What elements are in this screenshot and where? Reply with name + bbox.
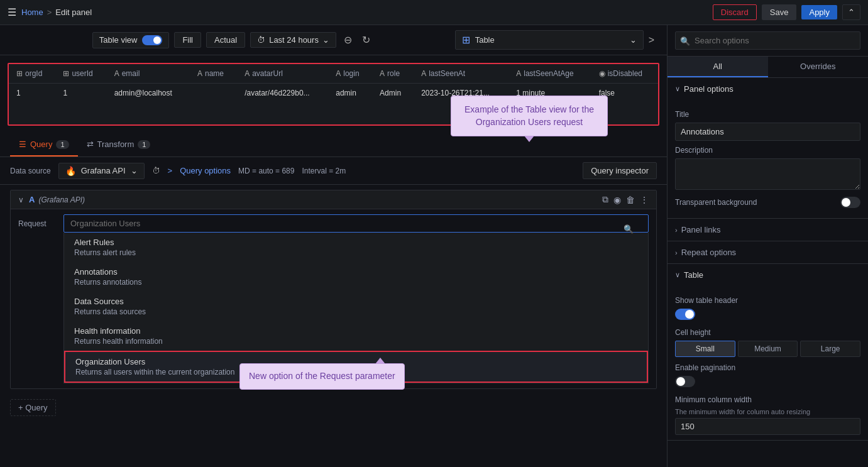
transform-tab-label: Transform <box>97 140 135 149</box>
refresh-button[interactable]: ↻ <box>360 31 373 48</box>
table-cell: 1 <box>55 84 106 103</box>
md-meta: MD = auto = 689 <box>238 167 294 175</box>
left-panel: Table view Fill Actual ⏱ Last 24 hours ⌄… <box>0 25 667 467</box>
transparent-bg-row: Transparent background <box>675 197 860 208</box>
query-tab-icon: ☰ <box>19 140 26 149</box>
enable-pagination-toggle[interactable] <box>675 376 695 387</box>
table-section-header[interactable]: ∨ Table <box>667 264 868 286</box>
table-view-label: Table view <box>99 35 138 45</box>
query-row-collapse[interactable]: ∨ <box>18 195 24 204</box>
table-section-title: Table <box>684 270 703 280</box>
data-table-header-row: ⊞orgId⊞userIdAemailAnameAavatarUrlAlogin… <box>9 64 658 84</box>
add-query-button[interactable]: + Query <box>10 399 56 416</box>
dropdown-item[interactable]: Health informationReturns health informa… <box>64 321 648 351</box>
col-header-isdisabled: ◉isDisabled <box>591 64 658 84</box>
panel-options-header[interactable]: ∨ Panel options <box>667 78 868 100</box>
col-header-name: Aname <box>190 64 237 84</box>
table-cell: 1 <box>9 84 55 103</box>
table-view-switch[interactable] <box>142 35 162 45</box>
panel-type-selector[interactable]: ⊞ Table ⌄ <box>455 30 644 50</box>
query-options-label[interactable]: Query options <box>180 166 231 175</box>
col-header-login: Alogin <box>328 64 372 84</box>
query-inspector-button[interactable]: Query inspector <box>583 162 657 179</box>
topbar-left: ☰ Home > Edit panel <box>8 6 92 18</box>
panel-links-chevron: › <box>675 226 678 234</box>
save-button[interactable]: Save <box>762 4 797 20</box>
table-cell: admin@localhost <box>107 84 190 103</box>
transform-tab[interactable]: ⇄ Transform 1 <box>78 133 160 157</box>
min-col-width-label: Minimum column width <box>675 395 860 404</box>
search-options-input[interactable] <box>675 31 860 50</box>
transparent-bg-label: Transparent background <box>675 198 757 207</box>
discard-button[interactable]: Discard <box>713 4 757 20</box>
more-options-button[interactable]: ⋮ <box>640 195 649 205</box>
cell-height-option-large[interactable]: Large <box>800 341 860 357</box>
show-table-header-label: Show table header <box>675 296 860 305</box>
enable-pagination-label: Enable pagination <box>675 363 860 372</box>
right-panel: 🔍 All Overrides ∨ Panel options Title De… <box>667 25 868 467</box>
panel-description-input[interactable] <box>675 158 860 190</box>
repeat-options-row[interactable]: › Repeat options <box>667 241 868 264</box>
transform-tab-icon: ⇄ <box>87 140 94 149</box>
overrides-tab[interactable]: Overrides <box>768 57 869 77</box>
table-grid-icon: ⊞ <box>462 34 470 46</box>
panel-type-label: Table <box>475 35 495 45</box>
panel-links-row[interactable]: › Panel links <box>667 219 868 241</box>
query-tab[interactable]: ☰ Query 1 <box>10 133 78 157</box>
data-source-dropdown[interactable]: 🔥 Grafana API ⌄ <box>58 163 145 179</box>
time-range-button[interactable]: ⏱ Last 24 hours ⌄ <box>250 32 336 48</box>
time-range-label: Last 24 hours <box>269 35 319 45</box>
col-header-role: Arole <box>372 64 414 84</box>
query-row-header: ∨ A (Grafana API) ⧉ ◉ 🗑 ⋮ <box>11 190 656 209</box>
fill-button[interactable]: Fill <box>174 32 201 48</box>
cell-height-option-medium[interactable]: Medium <box>738 341 798 357</box>
cell-height-option-small[interactable]: Small <box>675 341 735 357</box>
dropdown-item[interactable]: AnnotationsReturns annotations <box>64 262 648 292</box>
request-input-area: 🔍 Alert RulesReturns alert rulesAnnotati… <box>63 214 649 383</box>
dropdown-item[interactable]: Alert RulesReturns alert rules <box>64 233 648 262</box>
search-options-wrapper: 🔍 <box>675 31 860 50</box>
query-tabs: ☰ Query 1 ⇄ Transform 1 <box>0 133 667 157</box>
copy-query-button[interactable]: ⧉ <box>602 194 608 205</box>
transparent-bg-toggle[interactable] <box>840 197 860 208</box>
new-option-bubble: New option of the Request parameter <box>239 363 405 390</box>
time-range-chevron: ⌄ <box>322 35 329 45</box>
search-options-icon: 🔍 <box>680 36 690 45</box>
query-arrow-icon[interactable]: > <box>168 166 173 175</box>
query-clock-icon: ⏱ <box>152 166 160 175</box>
table-section: ∨ Table Show table header Cell height Sm… <box>667 264 868 441</box>
hamburger-icon[interactable]: ☰ <box>8 6 16 18</box>
cell-height-label: Cell height <box>675 328 860 337</box>
query-row-a: ∨ A (Grafana API) ⧉ ◉ 🗑 ⋮ Request <box>10 190 657 389</box>
request-dropdown: Alert RulesReturns alert rulesAnnotation… <box>63 233 649 383</box>
show-table-header-toggle[interactable] <box>675 309 695 320</box>
main-layout: Table view Fill Actual ⏱ Last 24 hours ⌄… <box>0 25 868 467</box>
add-query-row: + Query <box>0 394 667 421</box>
panel-title-input[interactable] <box>675 123 860 141</box>
toggle-visibility-button[interactable]: ◉ <box>613 195 621 205</box>
home-link[interactable]: Home <box>21 8 43 17</box>
panel-arrow-button[interactable]: > <box>646 32 657 48</box>
panel-options-chevron: ∨ <box>675 85 680 93</box>
expand-button[interactable]: ⌃ <box>842 4 860 20</box>
panel-selector-wrapper: ⊞ Table ⌄ > <box>455 30 657 50</box>
panel-links-label: Panel links <box>681 225 721 234</box>
request-search-input[interactable] <box>63 214 649 233</box>
panel-options-section: ∨ Panel options Title Description Transp… <box>667 78 868 219</box>
actual-button[interactable]: Actual <box>206 32 245 48</box>
zoom-button[interactable]: ⊖ <box>341 31 354 48</box>
min-col-width-input[interactable] <box>675 418 860 435</box>
col-header-avatarurl: AavatarUrl <box>237 64 328 84</box>
cell-height-options: SmallMediumLarge <box>675 341 860 357</box>
annotation-bubble-text: Example of the Table view for the Organi… <box>464 104 594 127</box>
delete-query-button[interactable]: 🗑 <box>626 195 635 205</box>
grafana-ds-icon: 🔥 <box>65 166 76 176</box>
apply-button[interactable]: Apply <box>801 5 837 19</box>
col-header-lastseenat: AlastSeenAt <box>414 64 508 84</box>
all-tab[interactable]: All <box>667 57 768 77</box>
query-options-bar: Data source 🔥 Grafana API ⌄ ⏱ > Query op… <box>0 157 667 185</box>
table-cell: admin <box>328 84 372 103</box>
query-editor: ∨ A (Grafana API) ⧉ ◉ 🗑 ⋮ Request <box>0 185 667 467</box>
table-view-toggle[interactable]: Table view <box>92 32 170 48</box>
dropdown-item[interactable]: Data SourcesReturns data sources <box>64 292 648 321</box>
